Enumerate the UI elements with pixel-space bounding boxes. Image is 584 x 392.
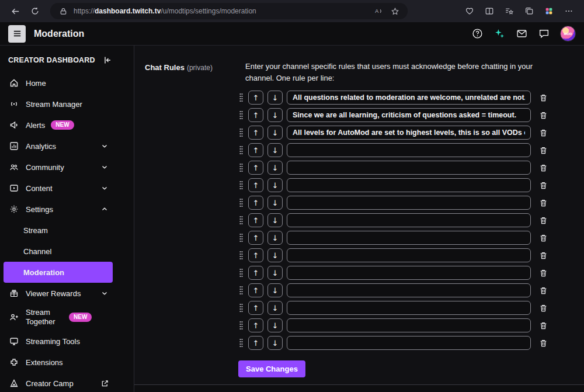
highlights-sparkle-icon[interactable] bbox=[493, 28, 505, 40]
move-up-button[interactable]: ↑ bbox=[248, 126, 263, 140]
rule-input[interactable] bbox=[287, 108, 531, 122]
drag-handle[interactable] bbox=[238, 268, 244, 278]
move-down-button[interactable]: ↓ bbox=[267, 266, 283, 280]
avatar[interactable]: MOD bbox=[560, 26, 576, 41]
collections-icon[interactable] bbox=[520, 3, 538, 19]
rule-input[interactable] bbox=[287, 196, 531, 210]
rule-input[interactable] bbox=[287, 248, 531, 262]
hamburger-menu-button[interactable] bbox=[8, 25, 26, 43]
drag-handle[interactable] bbox=[238, 285, 244, 296]
sidebar-item-moderation[interactable]: Moderation bbox=[4, 262, 113, 283]
delete-rule-button[interactable] bbox=[536, 161, 550, 175]
sidebar-item-stream-manager[interactable]: Stream Manager bbox=[4, 93, 113, 115]
sidebar-item-content[interactable]: Content bbox=[4, 178, 113, 199]
back-button[interactable] bbox=[6, 3, 25, 19]
save-changes-button[interactable]: Save Changes bbox=[238, 360, 305, 377]
move-up-button[interactable]: ↑ bbox=[248, 231, 263, 245]
help-icon[interactable] bbox=[471, 28, 483, 40]
move-down-button[interactable]: ↓ bbox=[267, 196, 283, 210]
sidebar-item-streaming-tools[interactable]: Streaming Tools bbox=[4, 331, 113, 352]
address-bar[interactable]: https://dashboard.twitch.tv/u/modtips/se… bbox=[50, 3, 408, 19]
delete-rule-button[interactable] bbox=[536, 126, 550, 140]
rule-input[interactable] bbox=[287, 266, 531, 280]
drag-handle[interactable] bbox=[238, 303, 244, 313]
browser-essentials-icon[interactable] bbox=[460, 3, 479, 19]
refresh-button[interactable] bbox=[26, 3, 44, 19]
move-down-button[interactable]: ↓ bbox=[267, 91, 283, 105]
move-up-button[interactable]: ↑ bbox=[248, 283, 263, 297]
rule-input[interactable] bbox=[287, 161, 531, 175]
move-down-button[interactable]: ↓ bbox=[267, 143, 283, 157]
move-down-button[interactable]: ↓ bbox=[267, 178, 283, 192]
more-menu-icon[interactable] bbox=[559, 3, 578, 19]
favorites-list-icon[interactable] bbox=[500, 3, 519, 19]
move-down-button[interactable]: ↓ bbox=[267, 318, 283, 332]
move-down-button[interactable]: ↓ bbox=[267, 126, 283, 140]
collapse-sidebar-button[interactable] bbox=[101, 54, 114, 67]
delete-rule-button[interactable] bbox=[536, 213, 550, 227]
drag-handle[interactable] bbox=[238, 338, 244, 348]
split-screen-icon[interactable] bbox=[480, 3, 499, 19]
delete-rule-button[interactable] bbox=[536, 318, 550, 332]
delete-rule-button[interactable] bbox=[536, 231, 550, 245]
sidebar-item-home[interactable]: Home bbox=[4, 72, 113, 93]
sidebar-item-stream[interactable]: Stream bbox=[4, 220, 113, 241]
move-up-button[interactable]: ↑ bbox=[248, 213, 263, 227]
delete-rule-button[interactable] bbox=[536, 301, 550, 315]
drag-handle[interactable] bbox=[238, 162, 244, 173]
move-up-button[interactable]: ↑ bbox=[248, 143, 263, 157]
rule-input[interactable] bbox=[287, 91, 531, 105]
rule-input[interactable] bbox=[287, 336, 531, 350]
rule-input[interactable] bbox=[287, 231, 531, 245]
delete-rule-button[interactable] bbox=[536, 178, 550, 192]
move-up-button[interactable]: ↑ bbox=[248, 266, 263, 280]
delete-rule-button[interactable] bbox=[536, 248, 550, 262]
move-up-button[interactable]: ↑ bbox=[248, 178, 263, 192]
sidebar-item-extensions[interactable]: Extensions bbox=[4, 352, 113, 373]
sidebar-item-settings[interactable]: Settings bbox=[4, 199, 113, 220]
delete-rule-button[interactable] bbox=[536, 283, 550, 297]
drag-handle[interactable] bbox=[238, 145, 244, 155]
drag-handle[interactable] bbox=[238, 127, 244, 138]
mail-icon[interactable] bbox=[516, 28, 527, 40]
rule-input[interactable] bbox=[287, 318, 531, 332]
favorite-star-icon[interactable] bbox=[389, 5, 401, 17]
move-up-button[interactable]: ↑ bbox=[248, 336, 263, 350]
drag-handle[interactable] bbox=[238, 110, 244, 120]
drag-handle[interactable] bbox=[238, 250, 244, 261]
drag-handle[interactable] bbox=[238, 215, 244, 226]
rule-input[interactable] bbox=[287, 143, 531, 157]
move-down-button[interactable]: ↓ bbox=[267, 161, 283, 175]
move-up-button[interactable]: ↑ bbox=[248, 301, 263, 315]
sidebar-item-community[interactable]: Community bbox=[4, 157, 113, 178]
sidebar-item-creator-camp[interactable]: Creator Camp bbox=[4, 373, 113, 392]
delete-rule-button[interactable] bbox=[536, 143, 550, 157]
move-down-button[interactable]: ↓ bbox=[267, 336, 283, 350]
extension-icon[interactable] bbox=[540, 3, 558, 19]
rule-input[interactable] bbox=[287, 213, 531, 227]
move-up-button[interactable]: ↑ bbox=[248, 108, 263, 122]
move-down-button[interactable]: ↓ bbox=[267, 108, 283, 122]
move-up-button[interactable]: ↑ bbox=[248, 161, 263, 175]
drag-handle[interactable] bbox=[238, 320, 244, 331]
delete-rule-button[interactable] bbox=[536, 91, 550, 105]
rule-input[interactable] bbox=[287, 178, 531, 192]
whispers-chat-icon[interactable] bbox=[538, 28, 550, 40]
move-up-button[interactable]: ↑ bbox=[248, 318, 263, 332]
move-down-button[interactable]: ↓ bbox=[267, 231, 283, 245]
sidebar-item-stream-together[interactable]: Stream TogetherNEW bbox=[4, 304, 113, 331]
rule-input[interactable] bbox=[287, 283, 531, 297]
delete-rule-button[interactable] bbox=[536, 108, 550, 122]
site-info-lock-icon[interactable] bbox=[57, 5, 69, 17]
move-down-button[interactable]: ↓ bbox=[267, 283, 283, 297]
delete-rule-button[interactable] bbox=[536, 266, 550, 280]
delete-rule-button[interactable] bbox=[536, 196, 550, 210]
move-up-button[interactable]: ↑ bbox=[248, 91, 263, 105]
sidebar-item-analytics[interactable]: Analytics bbox=[4, 136, 113, 157]
sidebar-item-channel[interactable]: Channel bbox=[4, 241, 113, 262]
drag-handle[interactable] bbox=[238, 197, 244, 208]
move-down-button[interactable]: ↓ bbox=[267, 248, 283, 262]
drag-handle[interactable] bbox=[238, 233, 244, 243]
read-aloud-icon[interactable]: A bbox=[373, 5, 384, 17]
move-down-button[interactable]: ↓ bbox=[267, 301, 283, 315]
